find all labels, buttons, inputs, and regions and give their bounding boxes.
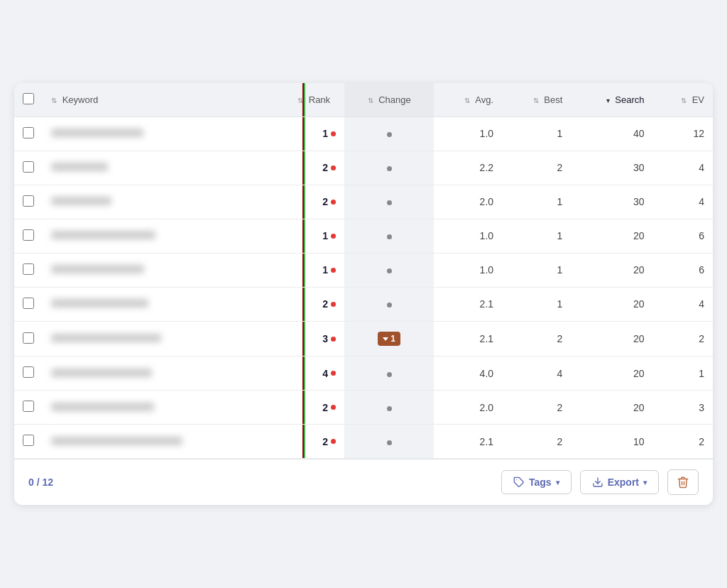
- keyword-text: trust cleaning service: [51, 129, 143, 137]
- header-avg[interactable]: ⇅ Avg.: [434, 83, 502, 117]
- tags-label: Tags: [529, 477, 552, 488]
- export-button[interactable]: Export ▾: [580, 470, 659, 494]
- avg-cell: 2.1: [434, 287, 502, 321]
- row-checkbox-0[interactable]: [23, 127, 34, 138]
- ev-sort-icon: ⇅: [681, 97, 687, 104]
- search-cell: 10: [571, 425, 652, 459]
- search-cell: 20: [571, 219, 652, 253]
- search-cell: 20: [571, 287, 652, 321]
- search-cell: 30: [571, 185, 652, 219]
- rank-cell: 2: [263, 391, 345, 425]
- rank-cell: 2: [263, 151, 345, 185]
- keyword-cell: trust cleaning near me: [43, 287, 263, 321]
- header-ev-label: EV: [692, 94, 704, 105]
- keyword-cell: trust cleaning service low price: [43, 425, 263, 459]
- select-all-checkbox[interactable]: [23, 93, 34, 104]
- change-dot: [387, 406, 392, 411]
- search-cell: 20: [571, 253, 652, 287]
- tags-button[interactable]: Tags ▾: [501, 470, 572, 494]
- row-checkbox-7[interactable]: [23, 366, 34, 378]
- row-checkbox-9[interactable]: [23, 435, 34, 446]
- search-cell: 20: [571, 391, 652, 425]
- row-checkbox-1[interactable]: [23, 161, 34, 173]
- rank-sort-icon: ⇅: [297, 97, 303, 104]
- header-best[interactable]: ⇅ Best: [502, 83, 571, 117]
- main-container: ⇅ Keyword ⇅ Rank ⇅ Change: [14, 83, 713, 506]
- row-checkbox-8[interactable]: [23, 401, 34, 412]
- rank-cell: 4: [263, 356, 345, 391]
- keyword-cell: reliable trust cleaning: [43, 253, 263, 287]
- table-row: reliable trust cleaning 1 1.01206: [14, 253, 713, 287]
- rank-value: 1: [322, 264, 328, 276]
- change-cell: [344, 185, 434, 219]
- rank-wrapper: 4: [271, 368, 337, 379]
- keyword-cell: trust cleaning edmonton: [43, 219, 263, 253]
- ev-cell: 12: [653, 116, 713, 151]
- change-cell: [344, 219, 434, 253]
- change-cell: [344, 425, 434, 459]
- delete-button[interactable]: [667, 469, 699, 495]
- header-ev[interactable]: ⇅ EV: [653, 83, 713, 117]
- change-cell: [344, 356, 434, 391]
- rank-cell: 2: [263, 185, 345, 219]
- keyword-sort-icon: ⇅: [51, 97, 57, 104]
- keyword-text: trust cleaning service low price: [51, 437, 182, 445]
- rank-value: 2: [322, 436, 328, 447]
- rank-value: 2: [322, 298, 328, 310]
- ev-cell: 3: [653, 391, 713, 425]
- rank-wrapper: 2: [271, 402, 337, 413]
- table-row: trust expertise cleaning 4 4.04201: [14, 356, 713, 391]
- rank-cell: 1: [263, 219, 345, 253]
- row-checkbox-3[interactable]: [23, 229, 34, 241]
- header-avg-label: Avg.: [475, 94, 493, 105]
- row-checkbox-4[interactable]: [23, 263, 34, 275]
- header-rank-label: Rank: [309, 94, 330, 105]
- table-row: trust cleaning 2 2.01304: [14, 185, 713, 219]
- change-dot: [387, 234, 392, 239]
- rank-wrapper: 1: [271, 264, 337, 276]
- table-row: advanced trust cleaning 2 2.02203: [14, 391, 713, 425]
- header-change[interactable]: ⇅ Change: [344, 83, 434, 117]
- rank-wrapper: 2: [271, 196, 337, 207]
- ev-cell: 1: [653, 356, 713, 391]
- footer-actions: Tags ▾ Export ▾: [501, 469, 699, 495]
- table-body: trust cleaning service 1 1.014012trust c…: [14, 116, 713, 459]
- table-row: trust cleaning edmonton 1 1.01206: [14, 219, 713, 253]
- keyword-table: ⇅ Keyword ⇅ Rank ⇅ Change: [14, 83, 713, 459]
- change-cell: [344, 116, 434, 151]
- header-search-label: Search: [615, 94, 644, 105]
- tag-icon: [513, 477, 525, 488]
- change-dot: [387, 268, 392, 273]
- header-search[interactable]: ▾ Search: [571, 83, 652, 117]
- header-rank[interactable]: ⇅ Rank: [263, 83, 345, 117]
- best-cell: 1: [502, 253, 571, 287]
- avg-cell: 2.0: [434, 391, 502, 425]
- table-row: trust cleaning commercial 3 12.12202: [14, 321, 713, 356]
- rank-cell: 3: [263, 321, 345, 356]
- search-cell: 30: [571, 151, 652, 185]
- best-cell: 2: [502, 321, 571, 356]
- line-green: [304, 83, 305, 116]
- footer: 0 / 12 Tags ▾ Export ▾: [14, 459, 713, 505]
- rank-red-dot: [331, 405, 336, 410]
- change-dot: [387, 132, 392, 137]
- export-icon: [592, 477, 603, 488]
- best-cell: 2: [502, 151, 571, 185]
- rank-value: 4: [322, 368, 328, 379]
- ev-cell: 6: [653, 253, 713, 287]
- row-checkbox-2[interactable]: [23, 195, 34, 207]
- change-cell: [344, 151, 434, 185]
- change-cell: 1: [344, 321, 434, 356]
- rank-cell: 2: [263, 287, 345, 321]
- change-dot: [387, 440, 392, 445]
- row-checkbox-5[interactable]: [23, 298, 34, 309]
- rank-wrapper: 2: [271, 298, 337, 310]
- table-row: trust cleaning near me 2 2.11204: [14, 287, 713, 321]
- avg-cell: 1.0: [434, 219, 502, 253]
- header-keyword[interactable]: ⇅ Keyword: [43, 83, 263, 117]
- header-best-label: Best: [544, 94, 562, 105]
- ev-cell: 6: [653, 219, 713, 253]
- keyword-text: trust cleaning near me: [51, 299, 148, 307]
- best-cell: 1: [502, 185, 571, 219]
- row-checkbox-6[interactable]: [23, 332, 34, 344]
